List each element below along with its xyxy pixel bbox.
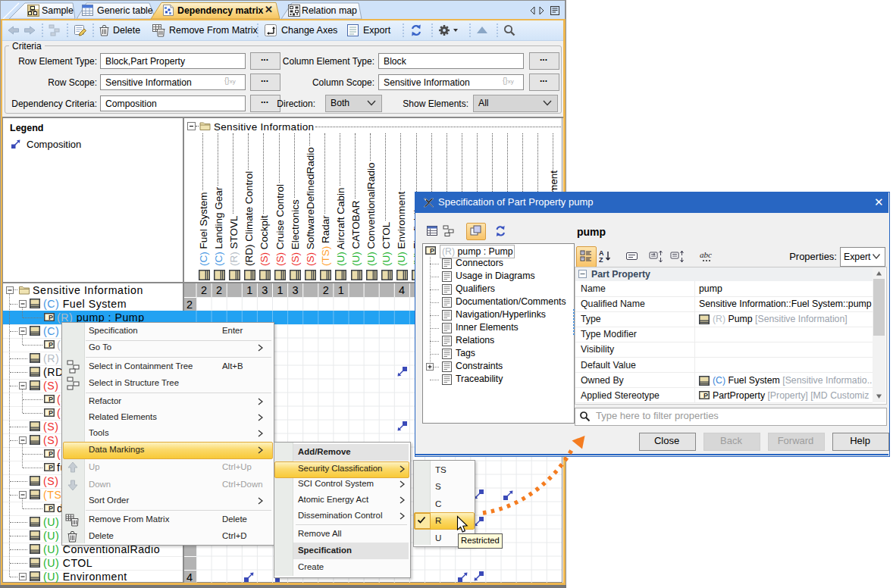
svg-text:Z: Z [599, 256, 603, 263]
svg-text:P: P [49, 505, 53, 512]
svg-text:P: P [49, 396, 53, 403]
svg-text:P: P [49, 314, 53, 321]
svg-text:P: P [430, 247, 434, 255]
svg-text:abc: abc [700, 251, 712, 259]
svg-text:P: P [49, 341, 53, 349]
svg-text:P: P [49, 450, 53, 458]
svg-text:P: P [49, 409, 53, 417]
svg-text:P: P [703, 392, 708, 399]
svg-text:P: P [49, 464, 53, 471]
